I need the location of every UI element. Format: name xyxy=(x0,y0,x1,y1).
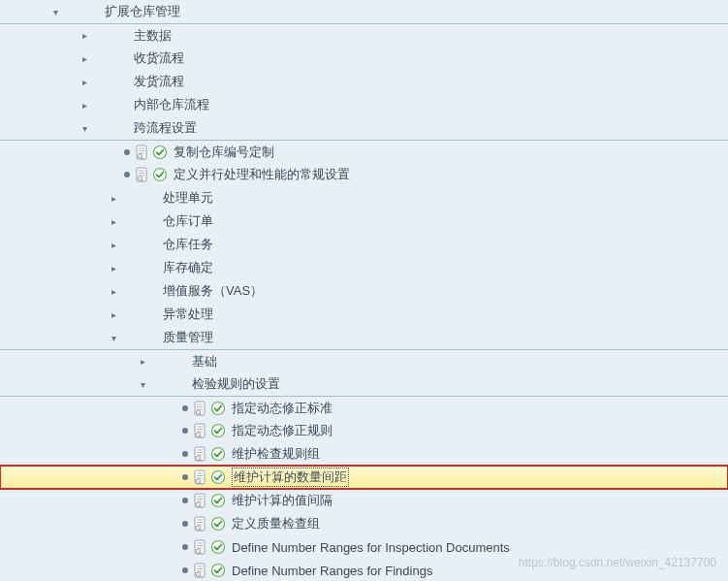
document-search-icon[interactable] xyxy=(194,516,207,532)
tree-node-label[interactable]: 内部仓库流程 xyxy=(134,96,209,113)
expander-collapsed-icon[interactable]: ▸ xyxy=(78,98,91,112)
activity-icon-group[interactable] xyxy=(194,493,226,508)
tree-row[interactable]: ▾质量管理 xyxy=(0,326,728,349)
tree-row[interactable]: 定义质量检查组 xyxy=(0,512,728,535)
tree-row[interactable]: Define Number Ranges for Findings xyxy=(0,559,728,581)
leaf-bullet-icon xyxy=(124,172,130,178)
document-search-icon[interactable] xyxy=(194,493,207,508)
activity-icon-group[interactable] xyxy=(136,145,168,160)
tree-node-label[interactable]: 异常处理 xyxy=(163,306,213,323)
tree-row[interactable]: 定义并行处理和性能的常规设置 xyxy=(0,163,728,186)
expander-expanded-icon[interactable]: ▾ xyxy=(136,377,149,391)
tree-row[interactable]: ▸收货流程 xyxy=(0,47,728,70)
tree-node-label[interactable]: Define Number Ranges for Inspection Docu… xyxy=(232,540,510,555)
expander-collapsed-icon[interactable]: ▸ xyxy=(136,355,149,369)
tree-node-label[interactable]: 库存确定 xyxy=(163,259,213,276)
tree-node-label[interactable]: 主数据 xyxy=(134,27,172,45)
tree-node-label[interactable]: 定义质量检查组 xyxy=(232,515,320,533)
tree-row[interactable]: 维护计算的值间隔 xyxy=(0,489,728,512)
tree-row[interactable]: 维护检查规则组 xyxy=(0,442,728,466)
activity-icon-group[interactable] xyxy=(136,167,168,182)
activity-icon-group[interactable] xyxy=(194,516,226,532)
expander-collapsed-icon[interactable]: ▸ xyxy=(107,191,120,205)
tree-node-label[interactable]: 处理单元 xyxy=(163,189,213,207)
execute-check-icon[interactable] xyxy=(152,145,168,160)
tree-node-label[interactable]: 基础 xyxy=(192,353,217,371)
leaf-bullet-icon xyxy=(182,544,188,550)
execute-check-icon[interactable] xyxy=(210,423,226,438)
execute-check-icon[interactable] xyxy=(210,516,226,532)
tree-node-label[interactable]: 发货流程 xyxy=(134,73,184,90)
expander-collapsed-icon[interactable]: ▸ xyxy=(78,29,91,43)
expander-expanded-icon[interactable]: ▾ xyxy=(48,5,62,18)
tree-row[interactable]: Define Number Ranges for Inspection Docu… xyxy=(0,535,728,559)
execute-check-icon[interactable] xyxy=(210,539,226,555)
tree-node-label[interactable]: 复制仓库编号定制 xyxy=(174,144,274,161)
activity-icon-group[interactable] xyxy=(194,539,226,555)
tree-node-label[interactable]: 仓库任务 xyxy=(163,236,213,253)
expander-collapsed-icon[interactable]: ▸ xyxy=(107,284,120,298)
tree-node-label[interactable]: 扩展仓库管理 xyxy=(105,3,180,20)
document-search-icon[interactable] xyxy=(194,539,207,555)
tree-row[interactable]: ▸库存确定 xyxy=(0,256,728,279)
tree-node-label[interactable]: 维护计算的值间隔 xyxy=(232,492,332,509)
document-search-icon[interactable] xyxy=(136,167,149,182)
tree-node-label[interactable]: 维护计算的数量间距 xyxy=(232,468,349,487)
tree-row[interactable]: ▾扩展仓库管理 xyxy=(0,0,728,23)
execute-check-icon[interactable] xyxy=(210,446,226,462)
tree-row[interactable]: 指定动态修正标准 xyxy=(0,396,728,419)
activity-icon-group[interactable] xyxy=(194,563,226,578)
tree-row[interactable]: 指定动态修正规则 xyxy=(0,419,728,442)
activity-icon-group[interactable] xyxy=(194,446,226,462)
document-search-icon[interactable] xyxy=(194,401,207,416)
document-search-icon[interactable] xyxy=(194,563,207,578)
leaf-bullet-icon xyxy=(182,428,188,434)
leaf-bullet-icon xyxy=(182,498,188,503)
tree-row[interactable]: ▸增值服务（VAS） xyxy=(0,279,728,303)
tree-node-label[interactable]: 收货流程 xyxy=(134,49,184,67)
tree-node-label[interactable]: 跨流程设置 xyxy=(134,119,197,137)
tree-row[interactable]: ▾跨流程设置 xyxy=(0,116,728,140)
tree-node-label[interactable]: 定义并行处理和性能的常规设置 xyxy=(174,166,350,183)
tree-row[interactable]: ▸主数据 xyxy=(0,23,728,47)
expander-collapsed-icon[interactable]: ▸ xyxy=(107,214,120,228)
tree-row[interactable]: ▾检验规则的设置 xyxy=(0,372,728,396)
tree-row[interactable]: ▸基础 xyxy=(0,349,728,372)
tree-node-label[interactable]: 增值服务（VAS） xyxy=(163,282,263,300)
execute-check-icon[interactable] xyxy=(210,401,226,416)
document-search-icon[interactable] xyxy=(136,145,149,160)
document-search-icon[interactable] xyxy=(194,469,207,485)
execute-check-icon[interactable] xyxy=(210,493,226,508)
tree-node-label[interactable]: 检验规则的设置 xyxy=(192,375,280,393)
activity-icon-group[interactable] xyxy=(194,401,226,416)
expander-collapsed-icon[interactable]: ▸ xyxy=(107,238,120,251)
document-search-icon[interactable] xyxy=(194,446,207,462)
expander-expanded-icon[interactable]: ▾ xyxy=(78,121,91,135)
activity-icon-group[interactable] xyxy=(194,469,226,485)
tree-node-label[interactable]: 仓库订单 xyxy=(163,212,213,230)
execute-check-icon[interactable] xyxy=(210,563,226,578)
activity-icon-group[interactable] xyxy=(194,423,226,438)
execute-check-icon[interactable] xyxy=(210,469,226,485)
tree-row[interactable]: ▸发货流程 xyxy=(0,70,728,93)
tree-row[interactable]: ▸仓库任务 xyxy=(0,233,728,256)
expander-collapsed-icon[interactable]: ▸ xyxy=(78,75,91,88)
tree-node-label[interactable]: 维护检查规则组 xyxy=(232,445,320,463)
tree-row[interactable]: ▸异常处理 xyxy=(0,303,728,326)
expander-collapsed-icon[interactable]: ▸ xyxy=(107,261,120,274)
tree-row[interactable]: ▸处理单元 xyxy=(0,186,728,210)
leaf-bullet-icon xyxy=(182,521,188,527)
tree-row[interactable]: ▸仓库订单 xyxy=(0,210,728,233)
tree-node-label[interactable]: Define Number Ranges for Findings xyxy=(232,564,432,578)
expander-collapsed-icon[interactable]: ▸ xyxy=(78,51,91,65)
tree-row[interactable]: 维护计算的数量间距 xyxy=(0,466,728,489)
tree-node-label[interactable]: 质量管理 xyxy=(163,329,213,346)
execute-check-icon[interactable] xyxy=(152,167,168,182)
tree-row[interactable]: 复制仓库编号定制 xyxy=(0,140,728,163)
expander-collapsed-icon[interactable]: ▸ xyxy=(107,307,120,321)
document-search-icon[interactable] xyxy=(194,423,207,438)
expander-expanded-icon[interactable]: ▾ xyxy=(107,331,120,344)
tree-node-label[interactable]: 指定动态修正规则 xyxy=(232,422,332,439)
tree-node-label[interactable]: 指定动态修正标准 xyxy=(232,400,332,417)
tree-row[interactable]: ▸内部仓库流程 xyxy=(0,93,728,116)
